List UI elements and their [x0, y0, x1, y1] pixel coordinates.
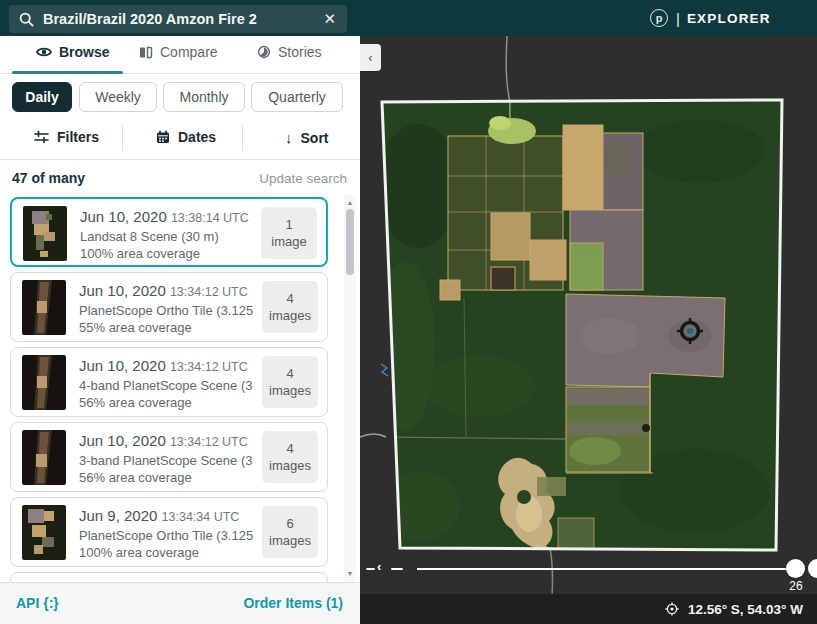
- scrollbar-thumb[interactable]: [346, 209, 354, 275]
- map-canvas[interactable]: [360, 36, 817, 594]
- timeline-value-label: 26: [782, 579, 810, 593]
- scene-date: Jun 10, 2020: [80, 208, 167, 225]
- toolbar-divider: [242, 126, 243, 151]
- update-search-link[interactable]: Update search: [259, 171, 347, 186]
- order-items-link[interactable]: Order Items (1): [243, 595, 343, 611]
- active-tab-underline: [12, 71, 123, 74]
- sort-label: Sort: [301, 130, 329, 146]
- dates-label: Dates: [178, 129, 216, 145]
- scene-date: Jun 9, 2020: [79, 507, 157, 524]
- scene-time: 13:34:12 UTC: [170, 435, 248, 449]
- results-count: 47 of many: [12, 170, 85, 186]
- sort-button[interactable]: ↓ Sort: [285, 129, 329, 146]
- search-input[interactable]: [43, 11, 312, 27]
- planet-logo-icon: p: [650, 9, 668, 27]
- interval-quarterly-button[interactable]: Quarterly: [251, 82, 343, 112]
- scene-card-info: Jun 10, 2020 13:34:12 UTC 3-band PlanetS…: [79, 431, 255, 486]
- image-count-label: images: [269, 382, 311, 399]
- scene-coverage: 100% area coverage: [80, 245, 256, 262]
- scroll-down-icon[interactable]: ▼: [344, 568, 356, 580]
- scene-coverage: 100% area coverage: [79, 544, 255, 561]
- interval-daily-button[interactable]: Daily: [12, 82, 72, 112]
- tab-stories[interactable]: Stories: [257, 44, 322, 60]
- scene-card-info: Jun 10, 2020 13:34:12 UTC PlanetScope Or…: [79, 281, 255, 336]
- scroll-up-icon[interactable]: ▲: [344, 197, 356, 209]
- scene-product: PlanetScope Ortho Tile (3.125 m): [79, 302, 255, 319]
- search-box[interactable]: ✕: [9, 5, 347, 33]
- map-status-bar: 12.56° S, 54.03° W: [360, 594, 817, 624]
- scene-card-info: Jun 10, 2020 13:38:14 UTC Landsat 8 Scen…: [80, 207, 256, 262]
- image-count-label: images: [269, 307, 311, 324]
- image-count: 4: [286, 440, 293, 457]
- tab-label: Compare: [160, 44, 218, 60]
- timeline-dash: [366, 568, 375, 570]
- scene-list: Jun 10, 2020 13:38:14 UTC Landsat 8 Scen…: [0, 195, 344, 584]
- scene-thumbnail: [23, 206, 67, 261]
- scene-card[interactable]: Jun 10, 2020 13:34:12 UTC 3-band PlanetS…: [10, 422, 328, 492]
- interval-monthly-button[interactable]: Monthly: [163, 82, 245, 112]
- timeline-slider: ‹ 26: [360, 554, 817, 590]
- results-toolbar: Filters Dates ↓ Sort: [0, 120, 360, 160]
- timeline-dash: [391, 568, 403, 570]
- dates-button[interactable]: Dates: [156, 129, 216, 145]
- scene-product: 4-band PlanetScope Scene (3 m: [79, 377, 255, 394]
- scene-date: Jun 10, 2020: [79, 357, 166, 374]
- image-count-label: image: [271, 233, 306, 250]
- stories-icon: [257, 45, 271, 59]
- scene-time: 13:38:14 UTC: [171, 211, 249, 225]
- scene-coverage: 56% area coverage: [79, 469, 255, 486]
- timeline-handle-edge[interactable]: [808, 559, 817, 578]
- sidebar-collapse-button[interactable]: ‹: [360, 44, 381, 71]
- scene-time: 13:34:12 UTC: [170, 360, 248, 374]
- scene-card[interactable]: Jun 9, 2020 13:34:34 UTC PlanetScope Ort…: [10, 497, 328, 567]
- clear-search-icon[interactable]: ✕: [312, 5, 347, 33]
- top-header: ✕ p | EXPLORER: [0, 0, 817, 36]
- scene-coverage: 56% area coverage: [79, 394, 255, 411]
- scene-date: Jun 10, 2020: [79, 432, 166, 449]
- results-header: 47 of many Update search: [0, 162, 360, 194]
- tab-bar: Browse Compare Stories: [0, 36, 360, 74]
- cursor-coordinates: 12.56° S, 54.03° W: [688, 602, 803, 617]
- compare-icon: [139, 46, 153, 59]
- scene-thumbnail: [22, 430, 66, 485]
- tab-label: Browse: [59, 44, 110, 60]
- filters-icon: [34, 130, 49, 144]
- scene-thumbnail: [22, 355, 66, 410]
- scene-thumbnail: [22, 280, 66, 335]
- scene-thumbnail: [22, 505, 66, 560]
- timeline-handle[interactable]: [786, 559, 805, 578]
- calendar-icon: [156, 130, 170, 144]
- image-count-badge: 1 image: [261, 207, 317, 259]
- scene-card[interactable]: Jun 10, 2020 13:34:12 UTC 4-band PlanetS…: [10, 347, 328, 417]
- brand-name: EXPLORER: [687, 11, 771, 26]
- image-count: 4: [286, 365, 293, 382]
- image-count: 1: [285, 216, 292, 233]
- image-count-label: images: [269, 532, 311, 549]
- sidebar: Browse Compare Stories Daily Weekly Mont…: [0, 36, 360, 624]
- list-scrollbar: ▲ ▼: [344, 195, 356, 584]
- coordinates-target-icon: [665, 602, 679, 616]
- eye-icon: [36, 46, 52, 58]
- image-count-badge: 6 images: [262, 506, 318, 558]
- tab-label: Stories: [278, 44, 322, 60]
- tab-browse[interactable]: Browse: [36, 44, 110, 60]
- scene-time: 13:34:12 UTC: [170, 285, 248, 299]
- scene-card[interactable]: Jun 10, 2020 13:38:14 UTC Landsat 8 Scen…: [10, 197, 328, 267]
- image-count: 4: [286, 290, 293, 307]
- search-icon: [19, 12, 34, 27]
- tab-compare[interactable]: Compare: [139, 44, 218, 60]
- api-link[interactable]: API {:}: [16, 595, 59, 611]
- filters-button[interactable]: Filters: [34, 129, 99, 145]
- image-count-label: images: [269, 457, 311, 474]
- scene-card-info: Jun 9, 2020 13:34:34 UTC PlanetScope Ort…: [79, 506, 255, 561]
- interval-weekly-button[interactable]: Weekly: [79, 82, 157, 112]
- image-count-badge: 4 images: [262, 356, 318, 408]
- scene-date: Jun 10, 2020: [79, 282, 166, 299]
- timeline-back-chevron-icon[interactable]: ‹: [377, 559, 381, 574]
- image-count-badge: 4 images: [262, 431, 318, 483]
- image-count-badge: 4 images: [262, 281, 318, 333]
- brand-divider: |: [676, 10, 680, 27]
- scene-card[interactable]: Jun 10, 2020 13:34:12 UTC PlanetScope Or…: [10, 272, 328, 342]
- timeline-track[interactable]: [417, 568, 795, 570]
- map-panel: ‹ ‹ 26 12.56° S, 54.03° W: [360, 36, 817, 624]
